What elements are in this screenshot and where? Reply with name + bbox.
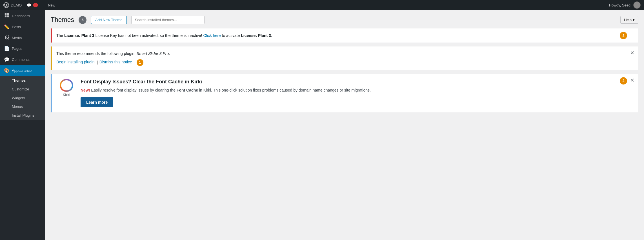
svg-rect-3 [7, 15, 9, 17]
license-notice-text: The License: Plant 3 License Key has not… [56, 32, 634, 39]
howdy-text: Howdy, Seed [609, 3, 630, 7]
kirki-desc1: Easily resolve font display issues by cl… [90, 88, 176, 92]
kirki-desc2: in Kirki. This one-click solution fixes … [198, 88, 371, 92]
license-text4: . [271, 33, 272, 38]
dashboard-icon [4, 13, 10, 19]
plus-icon: ＋ [43, 3, 47, 8]
kirki-bold1: Font Cache [177, 88, 198, 92]
sidebar-arrow [43, 69, 45, 72]
comments-bar-item[interactable]: 💬 0 [27, 3, 38, 7]
sidebar-item-label: Media [12, 36, 22, 40]
customize-submenu-label: Customize [12, 87, 29, 91]
kirki-badge: 2 [620, 77, 627, 85]
sidebar-item-label: Dashboard [12, 14, 30, 18]
sidebar-item-dashboard[interactable]: Dashboard [0, 10, 45, 21]
kirki-ring-icon [60, 79, 73, 92]
user-avatar[interactable] [633, 1, 641, 9]
admin-bar: DEMO 💬 0 ＋ New Howdy, Seed [0, 0, 644, 10]
svg-rect-2 [5, 15, 6, 17]
action-separator: | [97, 60, 98, 64]
kirki-notice-close-button[interactable]: ✕ [630, 77, 635, 83]
learn-more-button[interactable]: Learn more [81, 97, 113, 107]
sidebar-item-widgets[interactable]: Widgets [0, 94, 45, 102]
posts-icon: ✏️ [4, 24, 10, 30]
plugin-notice-actions: Begin installing plugin | Dismiss this n… [56, 59, 634, 66]
sidebar-item-menus[interactable]: Menus [0, 102, 45, 111]
plugin-notice: This theme recommends the following plug… [51, 46, 638, 70]
license-bold2: License: Plant 3 [241, 33, 271, 38]
media-icon: 🖼 [4, 35, 10, 40]
sidebar-item-label: Posts [12, 25, 21, 29]
kirki-new-tag: New! [81, 88, 90, 92]
plugin-notice-close-button[interactable]: ✕ [630, 50, 635, 56]
kirki-description: New! Easily resolve font display issues … [81, 87, 633, 93]
license-notice: 3 The License: Plant 3 License Key has n… [51, 28, 638, 43]
themes-submenu-label: Themes [12, 78, 26, 83]
svg-rect-0 [5, 13, 6, 15]
page-header: Themes 6 Add New Theme Help ▾ [51, 16, 638, 24]
sidebar-item-pages[interactable]: 📄 Pages [0, 43, 45, 54]
comment-icon: 💬 [27, 3, 31, 7]
sidebar-item-posts[interactable]: ✏️ Posts [0, 21, 45, 32]
license-click-here-link[interactable]: Click here [203, 33, 221, 38]
plugin-text1: This theme recommends the following plug… [56, 51, 137, 56]
svg-rect-1 [7, 13, 9, 15]
theme-count-badge: 6 [79, 16, 86, 24]
admin-bar-right: Howdy, Seed [609, 1, 641, 9]
sidebar: Dashboard ✏️ Posts 🖼 Media 📄 Pages 💬 Com… [0, 10, 45, 240]
plugin-text2: . [169, 51, 170, 56]
license-text3: to activate [221, 33, 241, 38]
plugin-badge: 1 [137, 59, 143, 66]
help-label: Help [624, 18, 632, 22]
widgets-submenu-label: Widgets [12, 96, 25, 100]
sidebar-item-label: Comments [12, 57, 30, 62]
wp-logo-icon [3, 2, 9, 8]
site-name: DEMO [11, 3, 22, 7]
comments-icon: 💬 [4, 57, 10, 62]
wp-logo-item[interactable]: DEMO [3, 2, 22, 8]
appearance-icon: 🎨 [4, 68, 10, 73]
sidebar-item-label: Pages [12, 46, 22, 51]
kirki-logo-label: Kirki [63, 93, 70, 97]
sidebar-item-themes[interactable]: Themes [0, 76, 45, 85]
search-themes-input[interactable] [131, 16, 205, 24]
comment-count-badge: 0 [33, 3, 38, 7]
help-button[interactable]: Help ▾ [620, 16, 638, 24]
sidebar-item-appearance[interactable]: 🎨 Appearance [0, 65, 45, 76]
plugin-italic1: Smart Slider 3 Pro [137, 51, 169, 56]
kirki-notice-inner: Kirki Font Display Issues? Clear the Fon… [57, 79, 633, 107]
install-plugins-submenu-label: Install Plugins [12, 113, 34, 117]
new-label: New [48, 3, 55, 7]
appearance-submenu: Themes Customize Widgets Menus Install P… [0, 76, 45, 120]
kirki-notice: 2 Kirki Font Display Issues? Clear the F… [51, 74, 638, 112]
main-content: Themes 6 Add New Theme Help ▾ 3 The Lice… [45, 10, 644, 240]
sidebar-item-install-plugins[interactable]: Install Plugins [0, 111, 45, 120]
main-layout: Dashboard ✏️ Posts 🖼 Media 📄 Pages 💬 Com… [0, 10, 644, 240]
kirki-logo: Kirki [57, 79, 75, 97]
sidebar-item-media[interactable]: 🖼 Media [0, 32, 45, 43]
menus-submenu-label: Menus [12, 105, 23, 109]
dismiss-notice-link[interactable]: Dismiss this notice [99, 60, 132, 64]
admin-bar-left: DEMO 💬 0 ＋ New [3, 2, 55, 8]
help-chevron-icon: ▾ [633, 18, 635, 22]
kirki-content: Font Display Issues? Clear the Font Cach… [81, 79, 633, 107]
sidebar-item-comments[interactable]: 💬 Comments [0, 54, 45, 65]
kirki-title: Font Display Issues? Clear the Font Cach… [81, 79, 633, 85]
begin-installing-plugin-link[interactable]: Begin installing plugin [56, 60, 94, 64]
sidebar-item-label: Appearance [12, 68, 32, 73]
license-bold1: License: Plant 3 [64, 33, 94, 38]
pages-icon: 📄 [4, 46, 10, 51]
license-badge: 3 [620, 32, 627, 39]
sidebar-item-customize[interactable]: Customize [0, 85, 45, 94]
page-title: Themes [51, 16, 74, 24]
license-text1: The [56, 33, 64, 38]
add-new-theme-button[interactable]: Add New Theme [91, 16, 127, 24]
license-text2: License Key has not been activated, so t… [94, 33, 203, 38]
new-content-item[interactable]: ＋ New [43, 3, 55, 8]
plugin-notice-text: This theme recommends the following plug… [56, 50, 634, 57]
